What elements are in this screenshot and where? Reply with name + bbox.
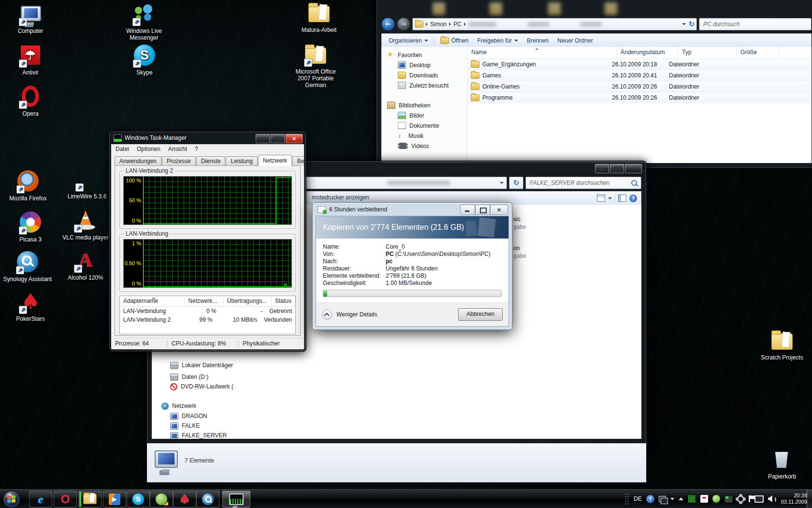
open-button[interactable]: Öffnen — [437, 35, 472, 46]
breadcrumb[interactable]: Simon PC ↻ — [412, 18, 697, 30]
col-uebertragung[interactable]: Übertragungs... — [224, 296, 272, 306]
task-manager-tray-icon[interactable] — [688, 495, 696, 503]
view-dropdown-icon[interactable] — [608, 197, 612, 199]
close-button[interactable]: × — [624, 164, 642, 174]
desktop-icon-pokerstars[interactable]: ♠ ↗ PokerStars — [4, 291, 57, 322]
crumb-simon[interactable]: Simon — [430, 21, 447, 28]
avira-tray-icon[interactable]: ☂ — [700, 495, 708, 503]
show-hidden-icons[interactable] — [679, 497, 683, 500]
help-tray-icon[interactable]: ? — [646, 495, 654, 503]
organize-button[interactable]: Organisieren — [386, 35, 431, 46]
explorer-pc-titlebar[interactable] — [377, 0, 812, 17]
remote-printers-label[interactable]: motedrucker anzeigen — [312, 194, 369, 201]
tab-leistung[interactable]: Leistung — [226, 156, 257, 166]
desktop-icon-ms-office[interactable]: ↗ Microsoft Office 2007 Portable German — [289, 44, 342, 89]
settings-tray-icon[interactable] — [737, 495, 744, 503]
tree-item-dvd[interactable]: DVD-RW-Laufwerk ( — [170, 382, 233, 391]
collapse-details-icon[interactable] — [322, 310, 332, 320]
menu-optionen[interactable]: Optionen — [133, 146, 164, 152]
desktop-icon-windows-live-messenger[interactable]: ↗ Windows Live Messenger — [117, 3, 171, 41]
column-header-date[interactable]: Änderungsdatum — [617, 47, 678, 58]
taskbar-limewire[interactable] — [150, 491, 173, 508]
desktop-icon-computer[interactable]: ↗ Computer — [4, 3, 57, 34]
tree-item-daten[interactable]: Daten (D:) — [170, 372, 208, 382]
taskbar-task-manager[interactable] — [222, 491, 250, 508]
file-row[interactable]: Programme 26.10.2009 20:26 Dateiordner — [468, 92, 810, 103]
maximize-button[interactable] — [609, 164, 624, 174]
close-button[interactable]: × — [490, 205, 508, 215]
tab-dienste[interactable]: Dienste — [196, 156, 226, 166]
desktop-icon-picasa[interactable]: ↗ Picasa 3 — [4, 211, 57, 243]
minimize-button[interactable] — [255, 134, 270, 144]
taskbar-explorer[interactable] — [78, 491, 102, 508]
menu-datei[interactable]: Datei — [112, 146, 132, 152]
crumb-pc[interactable]: PC — [453, 21, 462, 28]
monitor-tray-icon[interactable] — [725, 495, 733, 503]
refresh-icon[interactable]: ↻ — [688, 21, 695, 28]
cancel-button[interactable]: Abbrechen — [458, 308, 503, 321]
taskbar-skype[interactable]: S — [127, 491, 150, 508]
address-dropdown-icon[interactable] — [682, 23, 686, 25]
tree-item-falke-server[interactable]: FALKE_SERVER — [170, 431, 227, 439]
nav-zuletzt-besucht[interactable]: Zuletzt besucht — [381, 80, 467, 90]
taskbar-opera[interactable]: O — [54, 491, 77, 508]
tab-benutzer[interactable]: Benutzer — [292, 156, 304, 166]
minimize-button[interactable] — [460, 205, 475, 215]
desktop-icon-papierkorb[interactable]: Papierkorb — [755, 448, 809, 480]
forward-button[interactable]: → — [397, 17, 410, 31]
nav-downloads[interactable]: Downloads — [381, 70, 467, 80]
refresh-button[interactable]: ↻ — [509, 177, 523, 189]
col-status[interactable]: Status — [272, 296, 295, 306]
tab-netzwerk[interactable]: Netzwerk — [258, 155, 292, 166]
start-button[interactable] — [3, 491, 20, 508]
file-row[interactable]: Online-Games 26.10.2009 20:26 Dateiordne… — [468, 81, 810, 92]
desktop-icon-firefox[interactable]: ↗ Mozilla Firefox — [1, 170, 55, 202]
view-options-icon[interactable] — [597, 194, 605, 202]
search-box[interactable]: PC durchsuch — [699, 18, 812, 30]
help-button[interactable]: ? — [629, 194, 637, 202]
adapter-row[interactable]: LAN-Verbindung 2 99 % 10 MBit/s Verbunde… — [120, 315, 295, 324]
nav-desktop[interactable]: Desktop — [381, 60, 467, 70]
close-button[interactable]: × — [285, 134, 303, 144]
new-folder-button[interactable]: Neuer Ordner — [554, 35, 595, 46]
column-header-type[interactable]: Typ — [678, 47, 737, 58]
tab-anwendungen[interactable]: Anwendungen — [115, 156, 161, 166]
tab-prozesse[interactable]: Prozesse — [162, 156, 196, 166]
address-dropdown-icon[interactable] — [500, 182, 504, 184]
column-header-name[interactable]: Name — [467, 47, 617, 58]
network-tray-icon[interactable] — [754, 495, 764, 503]
desktop-icon-matura-arbeit[interactable]: Matura-Arbeit — [292, 2, 346, 33]
desktop-icon-skype[interactable]: S ↗ Skype — [118, 45, 171, 76]
desktop-icon-scratch-projects[interactable]: Scratch Projects — [755, 329, 809, 361]
desktop-icon-limewire[interactable]: ↗ LimeWire 5.3.6 — [60, 168, 114, 200]
clock[interactable]: 20:39 03.11.2009 — [781, 493, 807, 505]
back-button[interactable]: ← — [381, 17, 395, 31]
burn-button[interactable]: Brennen — [524, 35, 551, 46]
maximize-button[interactable] — [270, 134, 285, 144]
tree-item-dragon[interactable]: DRAGON — [170, 411, 207, 421]
show-desktop-button[interactable] — [807, 490, 812, 508]
tree-item-netzwerk[interactable]: Netzwerk — [161, 401, 196, 411]
desktop-icon-vlc[interactable]: ↗ VLC media player — [59, 209, 112, 241]
desktop-icon-antivir[interactable]: ☂ ↗ Antivir — [4, 45, 57, 76]
action-center-icon[interactable] — [749, 495, 750, 502]
network-list-item-partial[interactable]: sic gabe — [513, 215, 526, 231]
taskbar-pokerstars[interactable]: ♠ — [173, 491, 196, 508]
preview-pane-icon[interactable] — [618, 194, 626, 202]
file-row[interactable]: Game_Ergänzungen 26.10.2009 20:18 Dateio… — [468, 59, 810, 70]
minimize-button[interactable] — [594, 164, 609, 174]
nav-musik[interactable]: ♪Musik — [381, 131, 467, 141]
taskbar-internet-explorer[interactable]: e — [29, 491, 52, 508]
less-details-label[interactable]: Weniger Details — [336, 311, 377, 318]
nav-bibliotheken[interactable]: Bibliotheken — [381, 100, 467, 110]
tree-item-local-disk[interactable]: Lokaler Datenträger — [170, 360, 233, 370]
limewire-tray-icon[interactable] — [712, 495, 720, 503]
language-indicator[interactable]: DE — [634, 495, 642, 502]
col-netzwerk[interactable]: Netzwerk... — [185, 296, 224, 306]
share-button[interactable]: Freigeben für — [475, 35, 521, 46]
tree-item-falke[interactable]: FALKE — [170, 421, 200, 431]
window-layout-icon[interactable] — [659, 496, 666, 502]
nav-favoriten[interactable]: ★Favoriten — [381, 50, 467, 60]
desktop-icon-alcohol[interactable]: A ↗ Alcohol 120% — [59, 250, 112, 281]
nav-videos[interactable]: Videos — [381, 141, 467, 151]
